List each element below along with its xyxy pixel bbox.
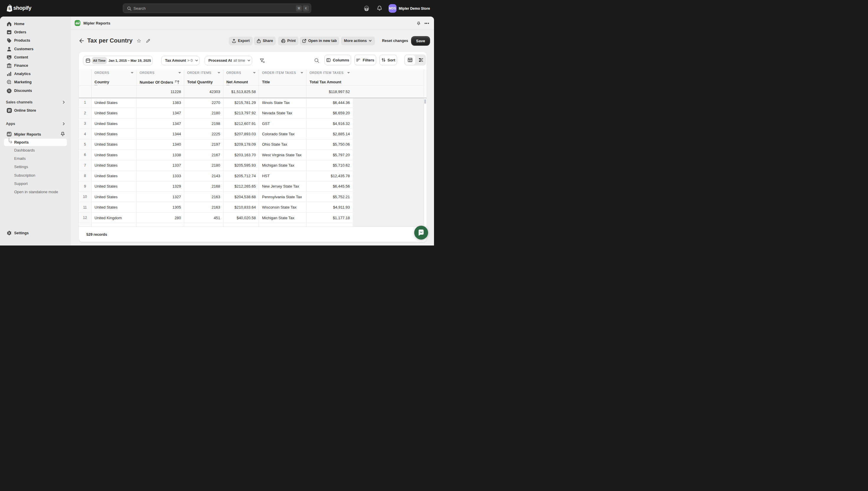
- svg-text:S: S: [8, 6, 11, 11]
